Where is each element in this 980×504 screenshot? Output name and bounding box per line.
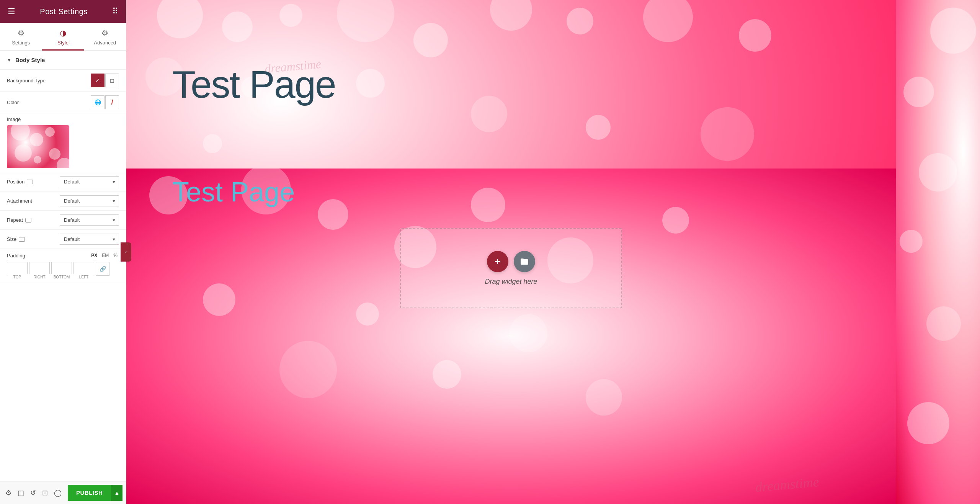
publish-button[interactable]: PUBLISH [68,485,111,501]
bg-type-gradient-btn[interactable]: ◻ [105,74,119,87]
settings-tab-icon: ⚙ [18,28,24,38]
tab-style[interactable]: ◑ Style [42,23,84,51]
tab-advanced[interactable]: ⚙ Advanced [84,23,126,51]
attachment-select[interactable]: Default Scroll Fixed [60,195,119,206]
size-label: Size [7,236,25,242]
image-text: Image [7,116,21,122]
padding-label: Padding [7,253,28,259]
position-responsive-icon [27,180,33,184]
background-type-label: Background Type [7,78,46,83]
padding-bottom-wrap: BOTTOM [51,262,72,279]
footer-preview-icon[interactable]: ◯ [54,489,62,497]
padding-bottom-input[interactable] [51,262,72,274]
padding-top-label: TOP [13,275,21,279]
position-row: Position Default Top Left Top Center Top… [0,172,126,191]
image-label: Image [7,116,119,122]
right-edge-strip [896,0,980,504]
position-dropdown-wrapper: Default Top Left Top Center Top Right Ce… [60,176,119,187]
settings-tab-label: Settings [12,40,30,46]
sidebar-tabs: ⚙ Settings ◑ Style ⚙ Advanced [0,23,126,51]
padding-header: Padding PX EM % [7,252,119,259]
repeat-label: Repeat [7,217,31,223]
attachment-label: Attachment [7,198,32,204]
color-label: Color [7,100,19,105]
publish-dropdown-btn[interactable]: ▲ [111,485,122,501]
menu-icon[interactable]: ☰ [8,7,15,16]
tab-settings[interactable]: ⚙ Settings [0,23,42,51]
padding-left-input[interactable] [74,262,94,274]
color-row: Color 🌐 / [0,92,126,113]
padding-right-wrap: RIGHT [29,262,50,279]
size-responsive-icon [19,237,25,242]
unit-em[interactable]: EM [100,252,110,259]
folder-icon [520,258,529,265]
page-main-title: Test Page [172,62,336,106]
section-label: Body Style [15,57,45,63]
size-dropdown-wrapper: Default Auto Cover Contain ▼ [60,234,119,245]
padding-left-label: LEFT [79,275,88,279]
padding-right-input[interactable] [29,262,50,274]
canvas-background: dreamstime Test Page [126,0,896,504]
color-globe-btn[interactable]: 🌐 [91,95,105,109]
padding-units: PX EM % [90,252,119,259]
footer-history-icon[interactable]: ↺ [30,489,36,497]
advanced-tab-label: Advanced [94,40,116,46]
sidebar-footer: ⚙ ◫ ↺ ⊡ ◯ PUBLISH ▲ [0,481,126,504]
padding-inputs: TOP RIGHT BOTTOM LEFT 🔗 [7,262,119,279]
color-slash-btn[interactable]: / [105,95,119,109]
image-preview-bg [7,125,69,168]
padding-link-btn[interactable]: 🔗 [96,262,109,276]
sidebar-title: Post Settings [40,7,87,16]
page-subtitle: Test Page [172,176,295,208]
widget-actions: + [487,251,535,272]
attachment-dropdown-wrapper: Default Scroll Fixed ▼ [60,195,119,206]
style-tab-icon: ◑ [60,28,66,38]
section-arrow: ▼ [7,57,11,63]
image-preview[interactable] [7,125,69,168]
widget-drop-area[interactable]: + Drag widget here [400,228,622,308]
sidebar-collapse-handle[interactable]: ‹ [121,242,131,262]
add-widget-button[interactable]: + [487,251,508,272]
style-tab-label: Style [57,40,69,46]
size-row: Size Default Auto Cover Contain ▼ [0,230,126,249]
footer-responsive-icon[interactable]: ⊡ [42,489,48,497]
repeat-row: Repeat Default No Repeat Repeat Repeat X… [0,211,126,230]
bg-type-classic-btn[interactable]: ✓ [91,74,105,87]
position-select[interactable]: Default Top Left Top Center Top Right Ce… [60,176,119,187]
footer-settings-icon[interactable]: ⚙ [5,489,11,497]
padding-row: Padding PX EM % TOP RIGHT [0,249,126,284]
padding-top-wrap: TOP [7,262,28,279]
repeat-select[interactable]: Default No Repeat Repeat Repeat X Repeat… [60,214,119,226]
folder-button[interactable] [514,251,535,272]
image-row: Image [0,113,126,172]
padding-bottom-label: BOTTOM [54,275,70,279]
repeat-responsive-icon [25,218,31,223]
body-style-section[interactable]: ▼ Body Style [0,51,126,70]
drag-widget-text: Drag widget here [485,278,537,286]
repeat-dropdown-wrapper: Default No Repeat Repeat Repeat X Repeat… [60,214,119,226]
grid-icon[interactable]: ⠿ [112,7,118,16]
padding-right-label: RIGHT [33,275,45,279]
footer-layers-icon[interactable]: ◫ [18,489,24,497]
publish-button-group: PUBLISH ▲ [68,485,122,501]
background-type-row: Background Type ✓ ◻ [0,70,126,92]
sidebar-content: ▼ Body Style Background Type ✓ ◻ Color 🌐… [0,51,126,481]
unit-px[interactable]: PX [90,252,99,259]
sidebar: ☰ Post Settings ⠿ ⚙ Settings ◑ Style ⚙ A… [0,0,126,504]
advanced-tab-icon: ⚙ [101,28,108,38]
background-type-buttons: ✓ ◻ [91,74,119,87]
right-strip-bg [896,0,980,504]
position-label: Position [7,179,33,185]
padding-top-input[interactable] [7,262,28,274]
color-buttons: 🌐 / [91,95,119,109]
attachment-row: Attachment Default Scroll Fixed ▼ [0,191,126,211]
sidebar-header: ☰ Post Settings ⠿ [0,0,126,23]
padding-left-wrap: LEFT [74,262,94,279]
size-select[interactable]: Default Auto Cover Contain [60,234,119,245]
canvas-area: dreamstime Test Page [126,0,896,504]
unit-percent[interactable]: % [112,252,119,259]
